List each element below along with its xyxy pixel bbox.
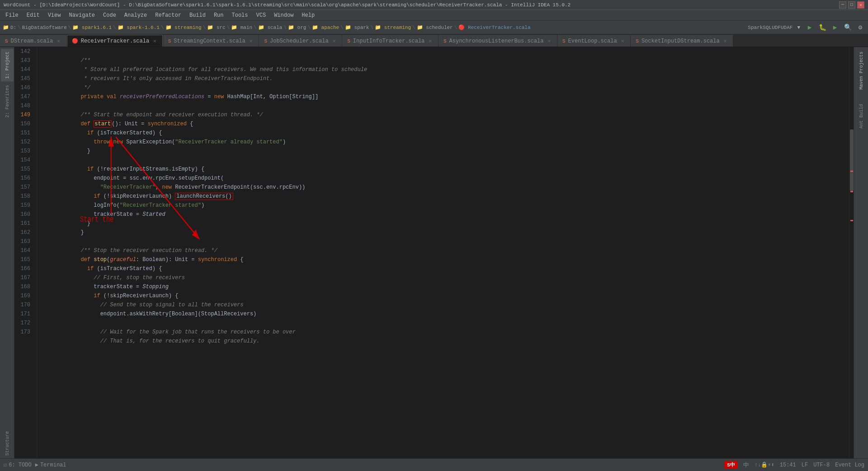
- tab-label-asynclistener: AsynchronousListenerBus.scala: [449, 38, 544, 44]
- status-right: S中 中 ↑↓🔒⚡⬆ 15:41 LF UTF-8 Event Log: [724, 461, 864, 469]
- code-editor[interactable]: 142 143 144 145 146 147 148 149 150 151 …: [14, 47, 854, 458]
- code-line-156: "ReceiverTracker", new ReceiverTrackerEn…: [42, 174, 849, 183]
- menu-navigate[interactable]: Navigate: [65, 11, 99, 19]
- code-line-142: /**: [42, 47, 849, 56]
- tab-asynclistener[interactable]: S AsynchronousListenerBus.scala ✕: [439, 35, 557, 47]
- status-icons: ↑↓🔒⚡⬆: [755, 461, 774, 468]
- code-line-173: // That is, for the receivers to quit gr…: [42, 328, 849, 337]
- menu-edit[interactable]: Edit: [23, 11, 43, 19]
- code-line-158: logInfo("ReceiverTracker started"): [42, 192, 849, 201]
- terminal-button[interactable]: ▶ Terminal: [35, 461, 66, 468]
- line-numbers: 142 143 144 145 146 147 148 149 150 151 …: [14, 47, 37, 458]
- menu-analyze[interactable]: Analyze: [121, 11, 151, 19]
- tab-streamingcontext[interactable]: S StreamingContext.scala ✕: [163, 35, 259, 47]
- run-with-coverage-button[interactable]: ▶: [830, 23, 840, 33]
- code-line-161: }: [42, 219, 849, 228]
- tab-label-socketinputdstream: SocketInputDStream.scala: [642, 38, 720, 44]
- code-line-146: private val receiverPreferredLocations =…: [42, 83, 849, 92]
- tab-receivertracker[interactable]: 🔴 ReceiverTracker.scala ✕: [67, 35, 163, 47]
- tab-icon-asynclistener: S: [443, 38, 447, 44]
- code-line-172: // Wait for the Spark job that runs the …: [42, 319, 849, 328]
- code-line-164: def stop(graceful: Boolean): Unit = sync…: [42, 246, 849, 255]
- code-area: 142 143 144 145 146 147 148 149 150 151 …: [14, 47, 854, 458]
- status-left: ☑ 6: TODO ▶ Terminal: [4, 461, 66, 468]
- code-line-151: throw new SparkException("ReceiverTracke…: [42, 128, 849, 138]
- todo-button[interactable]: ☑ 6: TODO: [4, 461, 32, 468]
- close-button[interactable]: ✕: [857, 1, 864, 9]
- code-line-169: // Send the stop signal to all the recei…: [42, 291, 849, 300]
- scrollbar-thumb[interactable]: [850, 129, 854, 191]
- code-line-153: [42, 147, 849, 156]
- scroll-error-marker: [850, 171, 853, 172]
- tab-label-streamingcontext: StreamingContext.scala: [174, 38, 245, 44]
- menu-code[interactable]: Code: [99, 11, 120, 19]
- code-line-167: trackerState = Stopping: [42, 273, 849, 282]
- project-name: SparkSQLUDFUDAF: [748, 25, 793, 30]
- menu-bar: File Edit View Navigate Code Analyze Ref…: [0, 10, 868, 21]
- menu-vcs[interactable]: VCS: [253, 11, 270, 19]
- code-line-152: }: [42, 138, 849, 147]
- tab-icon-jobscheduler: S: [264, 38, 267, 44]
- code-line-163: /** Stop the receiver execution thread. …: [42, 237, 849, 246]
- menu-tools[interactable]: Tools: [228, 11, 252, 19]
- tab-icon-inputinfotracker: S: [347, 38, 350, 44]
- vertical-scrollbar[interactable]: [849, 47, 854, 458]
- sidebar-item-structure[interactable]: Structure: [1, 428, 14, 458]
- tab-close-receivertracker[interactable]: ✕: [152, 38, 158, 44]
- search-button[interactable]: 🔍: [843, 23, 853, 33]
- code-line-148: /** Start the endpoint and receiver exec…: [42, 101, 849, 110]
- code-content[interactable]: Start the /** * Store all preferred loca…: [37, 47, 849, 458]
- menu-refactor[interactable]: Refactor: [151, 11, 185, 19]
- code-line-150: if (isTrackerStarted) {: [42, 119, 849, 128]
- menu-help[interactable]: Help: [298, 11, 318, 19]
- menu-window[interactable]: Window: [270, 11, 297, 19]
- breadcrumb: 📁 D: \ BigDataSoftware \ 📁 spark1.6.1 \ …: [3, 24, 531, 30]
- tab-close-streamingcontext[interactable]: ✕: [248, 38, 254, 44]
- left-panel: 1: Project 2: Favorites Structure: [0, 47, 14, 458]
- todo-label: 6: TODO: [9, 462, 31, 468]
- tab-inputinfotracker[interactable]: S InputInfoTracker.scala ✕: [342, 35, 438, 47]
- code-line-157: if (!skipReceiverLaunch) launchReceivers…: [42, 183, 849, 192]
- tab-close-dstream[interactable]: ✕: [56, 38, 61, 44]
- code-line-165: if (isTrackerStarted) {: [42, 255, 849, 264]
- maven-projects-panel[interactable]: Maven Projects: [855, 49, 868, 92]
- main-layout: 1: Project 2: Favorites Structure 142 14…: [0, 47, 868, 458]
- menu-view[interactable]: View: [44, 11, 65, 19]
- tab-label-jobscheduler: JobScheduler.scala: [270, 38, 329, 44]
- menu-build[interactable]: Build: [186, 11, 209, 19]
- status-linesep: LF: [802, 462, 808, 468]
- run-configurations-dropdown[interactable]: ▼: [795, 23, 802, 33]
- tab-eventloop[interactable]: S EventLoop.scala ✕: [557, 35, 630, 47]
- maximize-button[interactable]: □: [848, 1, 855, 9]
- title-bar: WordCount - [D:\IdeaProjects\WordCount] …: [0, 0, 868, 10]
- sidebar-item-favorites[interactable]: 2: Favorites: [1, 82, 14, 120]
- event-log-button[interactable]: Event Log: [835, 462, 864, 468]
- code-line-154: if (!receiverInputStreams.isEmpty) {: [42, 156, 849, 165]
- tab-jobscheduler[interactable]: S JobScheduler.scala ✕: [259, 35, 342, 47]
- ant-build-panel[interactable]: Ant Build: [855, 101, 868, 131]
- tab-socketinputdstream[interactable]: S SocketInputDStream.scala ✕: [631, 35, 733, 47]
- status-time: 15:41: [780, 462, 796, 468]
- scroll-error-marker-3: [850, 220, 853, 221]
- menu-file[interactable]: File: [2, 11, 22, 19]
- minimize-button[interactable]: ─: [839, 1, 846, 9]
- tab-close-eventloop[interactable]: ✕: [620, 38, 626, 44]
- tab-close-jobscheduler[interactable]: ✕: [331, 38, 337, 44]
- run-button[interactable]: ▶: [805, 23, 815, 33]
- tab-dstream[interactable]: S DStream.scala ✕: [0, 35, 66, 47]
- sidebar-item-project[interactable]: 1: Project: [1, 49, 14, 81]
- code-line-162: [42, 228, 849, 237]
- scala-logo: S中: [724, 461, 738, 469]
- debug-button[interactable]: 🐛: [817, 23, 827, 33]
- tabs-bar: S DStream.scala ✕ 🔴 ReceiverTracker.scal…: [0, 34, 868, 47]
- settings-button[interactable]: ⚙: [855, 23, 865, 33]
- code-line-159: trackerState = Started: [42, 201, 849, 210]
- tab-close-socketinputdstream[interactable]: ✕: [722, 38, 728, 44]
- menu-run[interactable]: Run: [210, 11, 227, 19]
- tab-close-inputinfotracker[interactable]: ✕: [427, 38, 433, 44]
- tab-close-asynclistener[interactable]: ✕: [546, 38, 552, 44]
- tab-icon-receivertracker: 🔴: [72, 38, 78, 44]
- tab-label-inputinfotracker: InputInfoTracker.scala: [353, 38, 425, 44]
- window-controls: ─ □ ✕: [839, 1, 864, 9]
- tab-icon-dstream: S: [5, 38, 8, 44]
